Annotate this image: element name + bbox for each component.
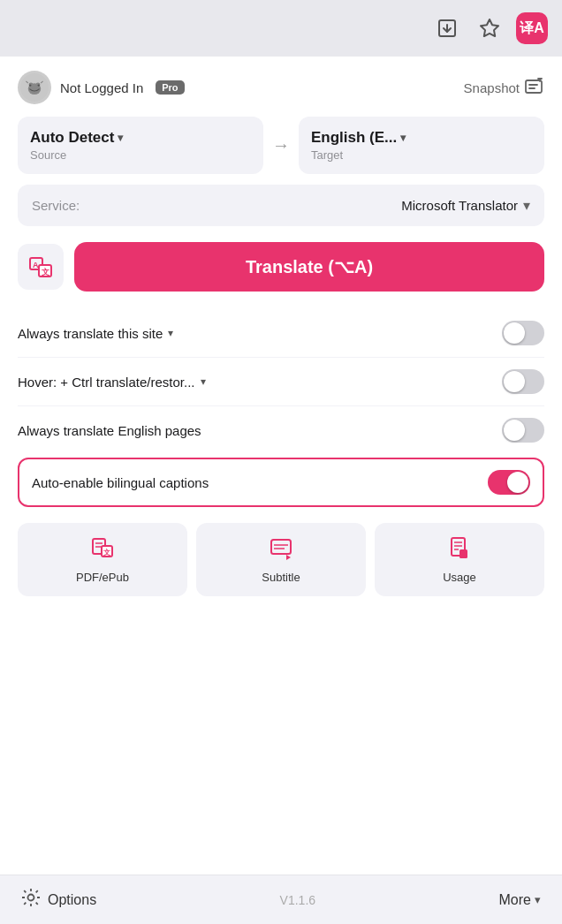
translate-row: A 文 Translate (⌥A) bbox=[18, 242, 544, 292]
translate-icon: A 文 bbox=[27, 253, 55, 281]
always-english-label: Always translate English pages bbox=[18, 423, 201, 438]
target-language-label: English (E... bbox=[311, 129, 397, 147]
star-icon[interactable] bbox=[474, 12, 505, 44]
always-english-row: Always translate English pages bbox=[18, 406, 544, 454]
download-icon[interactable] bbox=[431, 12, 463, 44]
bilingual-captions-row: Auto-enable bilingual captions bbox=[18, 458, 544, 507]
always-translate-row: Always translate this site ▾ bbox=[18, 309, 544, 358]
toolbar: 译A bbox=[0, 0, 562, 57]
service-chevron-icon: ▾ bbox=[523, 197, 530, 214]
svg-rect-33 bbox=[459, 549, 467, 558]
svg-text:文: 文 bbox=[103, 548, 110, 557]
usage-button[interactable]: Usage bbox=[375, 523, 544, 596]
user-section: Not Logged In Pro bbox=[18, 71, 185, 104]
translate-button-label: Translate (⌥A) bbox=[246, 256, 373, 277]
header-row: Not Logged In Pro Snapshot bbox=[18, 57, 544, 117]
app-icon[interactable]: 译A bbox=[516, 12, 548, 44]
footer: Options V1.1.6 More ▾ bbox=[0, 875, 562, 924]
svg-rect-11 bbox=[526, 80, 542, 93]
hover-chevron-icon: ▾ bbox=[201, 375, 206, 388]
always-translate-toggle[interactable] bbox=[502, 321, 544, 345]
source-language-label: Auto Detect bbox=[30, 129, 114, 147]
svg-text:A: A bbox=[33, 261, 39, 269]
hover-translate-row: Hover: + Ctrl translate/restor... ▾ bbox=[18, 358, 544, 406]
options-button[interactable]: Options bbox=[21, 888, 96, 912]
bilingual-captions-toggle[interactable] bbox=[488, 470, 530, 495]
more-button[interactable]: More ▾ bbox=[499, 892, 541, 908]
snapshot-icon bbox=[525, 78, 544, 98]
more-chevron-icon: ▾ bbox=[535, 893, 541, 906]
pdf-epub-button[interactable]: 文 PDF/ePub bbox=[18, 523, 187, 596]
source-language-button[interactable]: Auto Detect ▾ Source bbox=[18, 117, 263, 174]
pdf-icon: 文 bbox=[90, 535, 115, 565]
translate-icon-box[interactable]: A 文 bbox=[18, 244, 64, 290]
svg-point-7 bbox=[29, 84, 31, 86]
options-label: Options bbox=[48, 892, 96, 908]
language-arrow: → bbox=[272, 135, 290, 155]
svg-text:文: 文 bbox=[42, 268, 49, 276]
target-language-button[interactable]: English (E... ▾ Target bbox=[299, 117, 544, 174]
svg-point-8 bbox=[38, 84, 40, 86]
always-translate-chevron-icon: ▾ bbox=[168, 327, 173, 339]
service-right: Microsoft Translator ▾ bbox=[401, 197, 530, 214]
avatar bbox=[18, 71, 51, 104]
subtitle-label: Subtitle bbox=[262, 571, 300, 584]
bilingual-captions-label: Auto-enable bilingual captions bbox=[32, 475, 209, 490]
svg-point-34 bbox=[28, 895, 34, 901]
app-icon-label: 译A bbox=[520, 19, 544, 38]
quick-actions-row: 文 PDF/ePub Subtitle bbox=[18, 523, 544, 596]
source-sub-label: Source bbox=[30, 148, 251, 162]
hover-translate-label: Hover: + Ctrl translate/restor... ▾ bbox=[18, 375, 206, 390]
translate-button[interactable]: Translate (⌥A) bbox=[74, 242, 544, 292]
user-name-label: Not Logged In bbox=[60, 80, 143, 95]
svg-marker-2 bbox=[481, 19, 498, 36]
source-chevron-icon: ▾ bbox=[118, 132, 123, 144]
snapshot-button[interactable]: Snapshot bbox=[464, 78, 544, 98]
usage-label: Usage bbox=[443, 571, 476, 584]
pdf-label: PDF/ePub bbox=[76, 571, 129, 584]
main-panel: Not Logged In Pro Snapshot Auto Detect ▾ bbox=[0, 57, 562, 875]
version-label: V1.1.6 bbox=[280, 893, 315, 907]
subtitle-icon bbox=[269, 535, 293, 565]
service-selector[interactable]: Service: Microsoft Translator ▾ bbox=[18, 185, 544, 226]
always-translate-label: Always translate this site ▾ bbox=[18, 326, 173, 341]
svg-marker-28 bbox=[286, 555, 291, 560]
target-chevron-icon: ▾ bbox=[400, 132, 406, 144]
always-english-toggle[interactable] bbox=[502, 418, 544, 443]
language-row: Auto Detect ▾ Source → English (E... ▾ T… bbox=[18, 117, 544, 174]
svg-rect-25 bbox=[271, 540, 291, 554]
usage-icon bbox=[447, 535, 472, 565]
toggle-section: Always translate this site ▾ Hover: + Ct… bbox=[18, 309, 544, 454]
service-label: Service: bbox=[32, 198, 80, 213]
target-sub-label: Target bbox=[311, 148, 532, 162]
hover-translate-toggle[interactable] bbox=[502, 369, 544, 394]
gear-icon bbox=[21, 888, 41, 912]
service-value: Microsoft Translator bbox=[401, 198, 518, 213]
more-label: More bbox=[499, 892, 531, 908]
pro-badge: Pro bbox=[156, 80, 184, 95]
snapshot-label: Snapshot bbox=[464, 80, 520, 95]
subtitle-button[interactable]: Subtitle bbox=[196, 523, 366, 596]
